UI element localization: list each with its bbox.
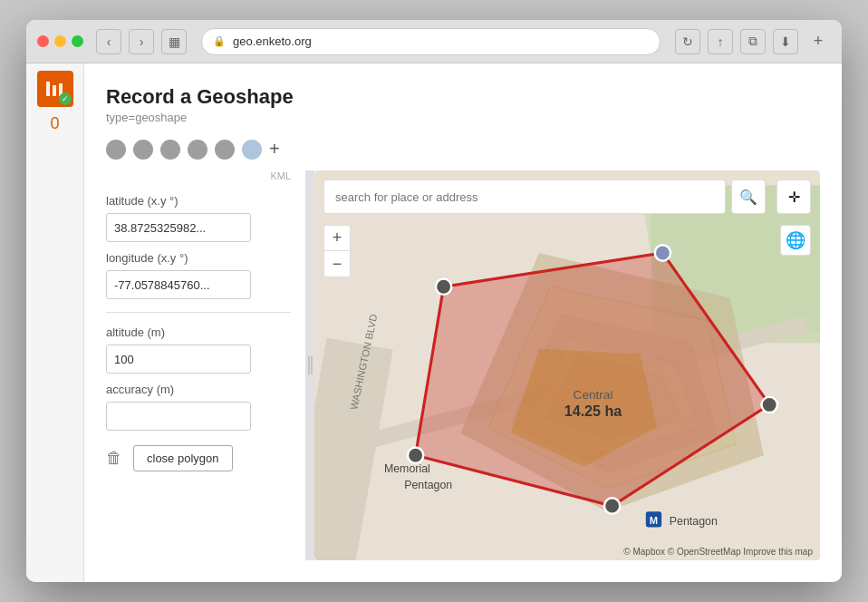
search-icon: 🔍 [739,189,757,206]
add-point-button[interactable]: + [269,139,280,160]
svg-text:Memorial: Memorial [384,462,430,475]
tab-overview-button[interactable]: ⧉ [740,29,766,54]
main-content: Record a Geoshape type=geoshape + KML la… [84,63,842,582]
map-search-bar: 🔍 [323,180,766,214]
address-bar[interactable]: 🔒 geo.enketo.org [201,28,661,55]
map-search-button[interactable]: 🔍 [731,180,766,214]
map-attribution: © Mapbox © OpenStreetMap Improve this ma… [623,547,813,557]
map-svg: 14.25 ha Central Pentagon Memorial M Pen… [314,170,820,560]
svg-point-18 [655,245,670,260]
drag-handle[interactable] [305,170,314,560]
dot-5[interactable] [215,140,235,160]
logo-check-icon: ✓ [59,92,72,105]
dot-3[interactable] [160,140,180,160]
delete-button[interactable]: 🗑 [106,449,122,468]
share-button[interactable]: ↑ [708,29,733,54]
globe-icon: 🌐 [786,230,805,250]
sidebar-count: 0 [50,114,59,133]
app-logo[interactable]: ✓ [37,71,73,107]
minimize-window-button[interactable] [54,35,66,47]
map-panel[interactable]: 14.25 ha Central Pentagon Memorial M Pen… [314,170,820,560]
form-map-row: KML latitude (x.y °) ▲ ▼ longitude (x.y … [106,170,820,560]
latitude-field[interactable]: ▲ ▼ [106,213,251,242]
map-zoom-controls: + − [323,225,351,277]
maximize-window-button[interactable] [72,35,83,47]
svg-point-17 [436,279,451,295]
map-crosshair-button[interactable]: ✛ [776,180,811,214]
back-button[interactable]: ‹ [96,29,121,54]
form-panel: KML latitude (x.y °) ▲ ▼ longitude (x.y … [106,170,305,560]
sidebar-toggle-button[interactable]: ▦ [161,29,187,54]
altitude-label: altitude (m) [106,325,291,339]
drag-handle-icon [306,347,313,384]
latitude-label: latitude (x.y °) [106,194,291,208]
zoom-out-button[interactable]: − [324,251,350,277]
action-row: 🗑 close polygon [106,445,291,471]
accuracy-field[interactable]: ▲ ▼ [106,402,251,431]
longitude-input[interactable] [107,278,251,292]
accuracy-input[interactable] [107,410,251,423]
latitude-input[interactable] [107,221,251,235]
svg-text:Pentagon: Pentagon [404,479,452,491]
svg-text:Central: Central [574,388,613,402]
page-subtitle: type=geoshape [106,111,820,124]
svg-rect-1 [53,85,56,96]
new-tab-button[interactable]: + [805,29,831,54]
altitude-input[interactable] [107,353,251,366]
longitude-field[interactable]: ▲ ▼ [106,270,251,299]
lock-icon: 🔒 [213,35,226,47]
divider [106,312,291,313]
zoom-in-button[interactable]: + [324,226,350,251]
close-window-button[interactable] [37,35,49,47]
page-title: Record a Geoshape [106,85,820,109]
dot-1[interactable] [106,140,126,160]
app-body: ✓ 0 Record a Geoshape type=geoshape + [26,63,842,582]
dot-2[interactable] [133,140,153,160]
title-bar: ‹ › ▦ 🔒 geo.enketo.org ↻ ↑ ⧉ ⬇ + [26,20,842,63]
traffic-lights [37,35,83,47]
map-globe-button[interactable]: 🌐 [780,225,811,256]
browser-window: ‹ › ▦ 🔒 geo.enketo.org ↻ ↑ ⧉ ⬇ + ✓ 0 [26,20,842,582]
accuracy-label: accuracy (m) [106,383,291,396]
altitude-field[interactable]: ▲ ▼ [106,345,251,374]
forward-button[interactable]: › [129,29,154,54]
crosshair-icon: ✛ [788,189,800,206]
kml-label: KML [106,170,291,181]
svg-point-20 [604,498,620,513]
url-text: geo.enketo.org [233,34,312,48]
svg-text:Pentagon: Pentagon [670,515,718,528]
svg-rect-0 [46,82,50,96]
download-button[interactable]: ⬇ [773,29,798,54]
dot-6-active[interactable] [242,140,262,160]
longitude-label: longitude (x.y °) [106,251,291,265]
svg-point-19 [762,397,777,413]
close-polygon-button[interactable]: close polygon [133,445,233,471]
reload-button[interactable]: ↻ [675,29,700,54]
dot-4[interactable] [188,140,207,160]
geoshape-dots: + [106,139,820,160]
map-search-input[interactable] [323,180,726,214]
svg-text:14.25 ha: 14.25 ha [564,403,623,419]
app-sidebar: ✓ 0 [26,63,84,582]
svg-point-21 [408,448,423,463]
svg-text:M: M [650,515,658,526]
